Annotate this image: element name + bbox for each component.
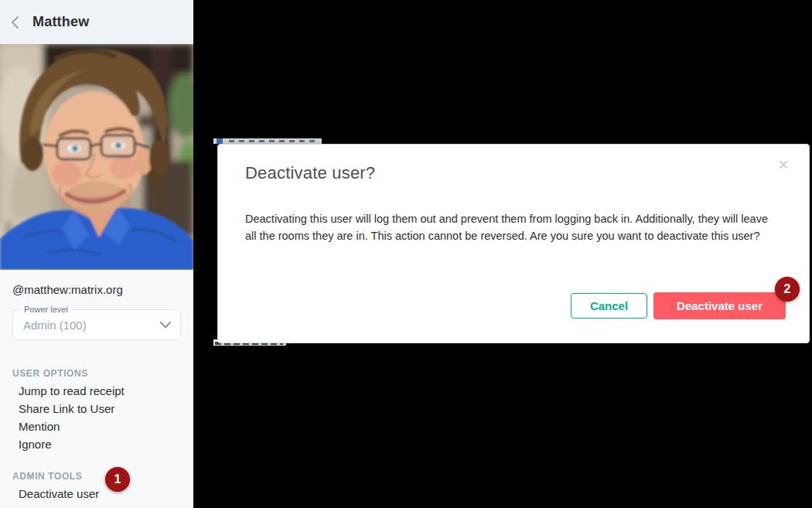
step-badge-2: 2 [775, 277, 800, 302]
chevron-down-icon [160, 322, 171, 329]
app-window: Matthew [0, 0, 812, 508]
power-level-label: Power level [21, 305, 71, 315]
dialog-body-text: Deactivating this user will log them out… [245, 210, 780, 244]
user-options-heading: USER OPTIONS [12, 368, 193, 379]
step-badge-1: 1 [105, 467, 130, 492]
dialog-title: Deactivate user? [245, 163, 375, 183]
cancel-button[interactable]: Cancel [571, 293, 647, 319]
deactivate-user-button[interactable]: Deactivate user [653, 292, 786, 319]
admin-tools-list: Deactivate user [19, 485, 193, 503]
back-chevron-icon[interactable] [11, 13, 28, 32]
user-options-list: Jump to read receipt Share Link to User … [19, 382, 193, 453]
admin-tools-heading: ADMIN TOOLS [12, 471, 193, 482]
power-level-select[interactable]: Power level Admin (100) [12, 309, 181, 340]
close-icon[interactable]: × [778, 155, 789, 174]
underlying-ui-sliver-top [213, 138, 322, 144]
menu-item-mention[interactable]: Mention [19, 418, 193, 435]
menu-item-ignore[interactable]: Ignore [19, 435, 193, 453]
menu-item-share-link-to-user[interactable]: Share Link to User [19, 400, 193, 418]
clipped-text-fragment [229, 140, 316, 142]
deactivate-user-dialog: Deactivate user? × Deactivating this use… [217, 144, 810, 343]
profile-photo[interactable] [0, 44, 193, 270]
member-panel-header: Matthew [0, 0, 193, 44]
member-info-panel: Matthew [0, 0, 193, 508]
menu-item-deactivate-user[interactable]: Deactivate user [19, 485, 193, 503]
power-level-value: Admin (100) [13, 319, 160, 332]
member-name: Matthew [32, 14, 89, 30]
tiny-avatar-fragment [217, 138, 223, 144]
user-id: @matthew:matrix.org [12, 283, 181, 296]
dialog-button-row: Cancel Deactivate user [571, 292, 786, 319]
menu-item-jump-to-read-receipt[interactable]: Jump to read receipt [19, 382, 193, 400]
